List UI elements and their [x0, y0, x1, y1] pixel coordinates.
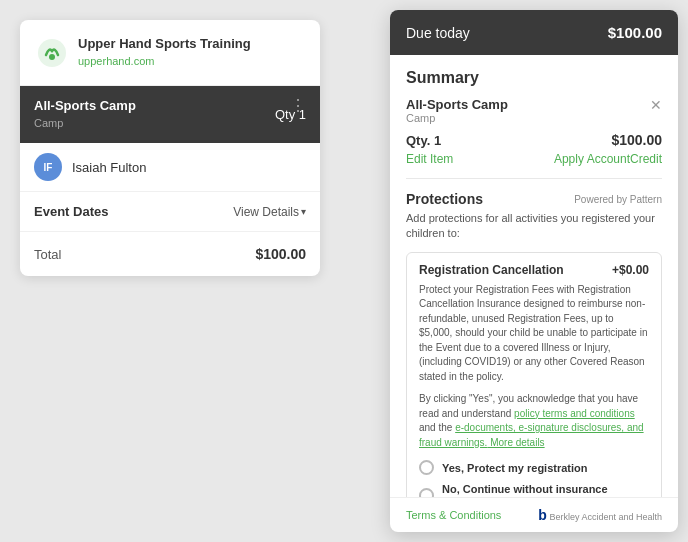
cart-item-name: All-Sports Camp: [34, 98, 136, 113]
apply-credit-link[interactable]: Apply AccountCredit: [554, 152, 662, 166]
edit-item-link[interactable]: Edit Item: [406, 152, 453, 166]
policy-links-text: By clicking "Yes", you acknowledge that …: [419, 392, 649, 450]
chevron-down-icon: ▾: [301, 206, 306, 217]
qty-price-row: Qty. 1 $100.00: [406, 132, 662, 148]
action-links-row: Edit Item Apply AccountCredit: [406, 152, 662, 166]
berkley-logo: b Berkley Accident and Health: [538, 506, 662, 524]
item-price: $100.00: [611, 132, 662, 148]
item-qty-label: Qty. 1: [406, 133, 441, 148]
right-body: Summary All-Sports Camp Camp ✕ Qty. 1 $1…: [390, 55, 678, 497]
radio-yes-label: Yes, Protect my registration: [442, 462, 588, 474]
radio-yes-circle[interactable]: [419, 460, 434, 475]
close-icon[interactable]: ✕: [650, 97, 662, 113]
app-title-block: Upper Hand Sports Training upperhand.com: [78, 36, 251, 69]
view-details-button[interactable]: View Details ▾: [233, 205, 306, 219]
radio-no-label: No, Continue without insurance coverage: [442, 483, 649, 497]
avatar: IF: [34, 153, 62, 181]
event-dates-row: Event Dates View Details ▾: [20, 192, 320, 232]
protections-header: Protections Powered by Pattern: [406, 191, 662, 207]
summary-title: Summary: [406, 69, 662, 87]
attendee-row: IF Isaiah Fulton: [20, 143, 320, 192]
more-options-icon[interactable]: ⋮: [290, 96, 306, 115]
app-title: Upper Hand Sports Training: [78, 36, 251, 51]
divider: [406, 178, 662, 179]
powered-by-label: Powered by Pattern: [574, 194, 662, 205]
more-details-link[interactable]: More details: [487, 437, 544, 448]
svg-point-1: [49, 54, 55, 60]
summary-item-details: All-Sports Camp Camp: [406, 97, 508, 124]
event-dates-label: Event Dates: [34, 204, 108, 219]
cart-item-info: All-Sports Camp Camp: [34, 98, 136, 131]
policy-terms-link[interactable]: policy terms and conditions: [514, 408, 635, 419]
right-panel: Due today $100.00 Summary All-Sports Cam…: [390, 10, 678, 532]
total-row: Total $100.00: [20, 232, 320, 276]
left-panel: Upper Hand Sports Training upperhand.com…: [20, 20, 320, 276]
radio-no-option[interactable]: No, Continue without insurance coverage: [419, 483, 649, 497]
due-today-header: Due today $100.00: [390, 10, 678, 55]
summary-item: All-Sports Camp Camp ✕: [406, 97, 662, 124]
app-url[interactable]: upperhand.com: [78, 55, 154, 67]
protections-description: Add protections for all activities you r…: [406, 211, 662, 242]
attendee-name: Isaiah Fulton: [72, 160, 146, 175]
registration-cancellation-box: Registration Cancellation +$0.00 Protect…: [406, 252, 662, 497]
right-footer: Terms & Conditions b Berkley Accident an…: [390, 497, 678, 532]
summary-item-type: Camp: [406, 112, 508, 124]
app-header: Upper Hand Sports Training upperhand.com: [20, 20, 320, 86]
reg-cancel-price: +$0.00: [612, 263, 649, 277]
summary-item-name: All-Sports Camp: [406, 97, 508, 112]
radio-no-circle[interactable]: [419, 488, 434, 497]
reg-cancel-title: Registration Cancellation: [419, 263, 564, 277]
policy-body3: and the: [419, 422, 455, 433]
terms-conditions-link[interactable]: Terms & Conditions: [406, 509, 501, 521]
app-logo-icon: [36, 37, 68, 69]
total-amount: $100.00: [255, 246, 306, 262]
berkley-name: Berkley Accident and Health: [549, 512, 662, 522]
cart-item-type: Camp: [34, 117, 63, 129]
total-label: Total: [34, 247, 61, 262]
reg-cancel-header: Registration Cancellation +$0.00: [419, 263, 649, 277]
reg-cancel-body1: Protect your Registration Fees with Regi…: [419, 283, 649, 385]
protections-title: Protections: [406, 191, 483, 207]
cart-item-block: All-Sports Camp Camp Qty 1 ⋮: [20, 86, 320, 143]
view-details-label: View Details: [233, 205, 299, 219]
due-today-label: Due today: [406, 25, 470, 41]
avatar-initials: IF: [44, 162, 53, 173]
radio-yes-option[interactable]: Yes, Protect my registration: [419, 460, 649, 475]
due-today-amount: $100.00: [608, 24, 662, 41]
berkley-b-icon: b: [538, 507, 547, 523]
